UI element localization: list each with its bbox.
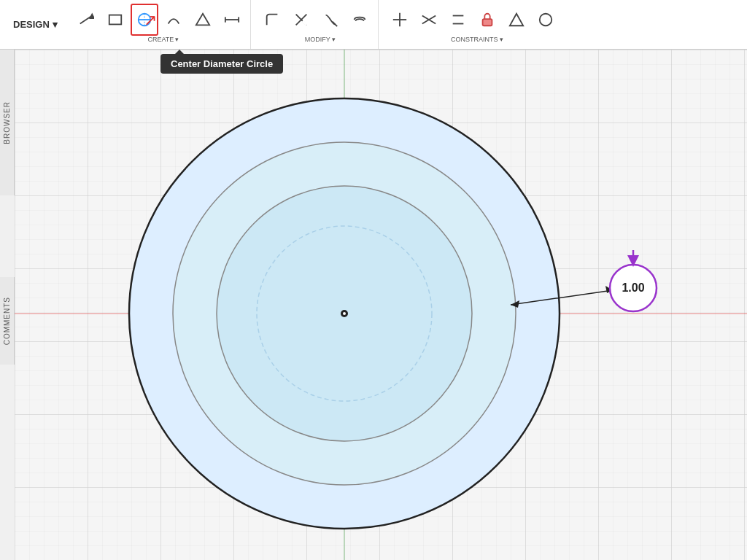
dimension-value: 1.00: [622, 281, 644, 294]
line-tool-button[interactable]: [72, 4, 100, 36]
design-label: DESIGN: [13, 19, 50, 30]
circle-constraint-button[interactable]: [532, 4, 560, 36]
svg-line-12: [303, 20, 307, 25]
arc-tool-button[interactable]: [160, 4, 187, 36]
canvas-svg: 1.00: [15, 50, 747, 560]
svg-marker-21: [510, 13, 523, 26]
svg-marker-6: [196, 13, 209, 25]
browser-label: BROWSER: [3, 101, 11, 144]
horizontal-constraint-button[interactable]: [386, 4, 414, 36]
modify-group: MODIFY ▾: [254, 0, 379, 49]
extend-button[interactable]: [317, 4, 344, 36]
svg-point-22: [540, 13, 552, 26]
constraints-label: CONSTRAINTS ▾: [451, 36, 503, 43]
toolbar: DESIGN ▾: [0, 0, 747, 50]
modify-dropdown-icon: ▾: [332, 36, 336, 43]
center-diameter-circle-tooltip: Center Diameter Circle: [160, 54, 283, 74]
rectangle-tool-button[interactable]: [101, 4, 129, 36]
dimension-tool-button[interactable]: [218, 4, 246, 36]
design-button[interactable]: DESIGN ▾: [6, 10, 65, 39]
coincident-button[interactable]: [415, 4, 443, 36]
design-dropdown-icon: ▾: [53, 19, 58, 30]
create-dropdown-icon: ▾: [175, 36, 179, 43]
browser-sidebar[interactable]: BROWSER: [0, 50, 15, 195]
constraints-dropdown-icon: ▾: [500, 36, 503, 43]
svg-rect-20: [482, 19, 492, 26]
fillet-button[interactable]: [258, 4, 286, 36]
offset-button[interactable]: [346, 4, 374, 36]
comments-label: COMMENTS: [3, 297, 11, 345]
center-point-inner: [343, 312, 346, 315]
lock-button[interactable]: [473, 4, 501, 36]
svg-rect-2: [109, 15, 122, 24]
parallel-button[interactable]: [444, 4, 472, 36]
constraints-group: CONSTRAINTS ▾: [382, 0, 564, 49]
create-group: CREATE ▾: [68, 0, 251, 49]
comments-sidebar[interactable]: COMMENTS: [0, 277, 15, 365]
trim-button[interactable]: [287, 4, 315, 36]
modify-label: MODIFY ▾: [305, 36, 336, 43]
create-label: CREATE ▾: [147, 36, 179, 43]
svg-marker-1: [90, 14, 94, 18]
center-diameter-circle-button[interactable]: [131, 4, 158, 36]
sketch-canvas[interactable]: 1.00: [15, 50, 747, 560]
triangle-constraint-button[interactable]: [503, 4, 530, 36]
triangle-tool-button[interactable]: [189, 4, 217, 36]
